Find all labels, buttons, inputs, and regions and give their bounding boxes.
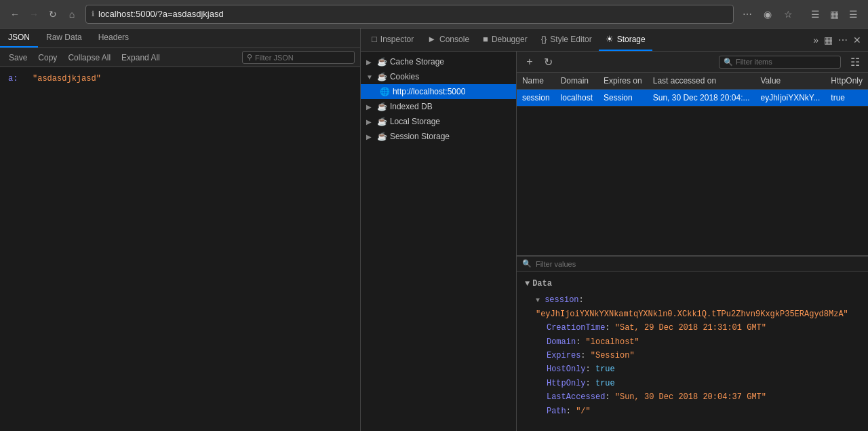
tab-style-editor[interactable]: {} Style Editor (534, 29, 599, 51)
inspector-label: Inspector (380, 35, 414, 44)
tab-inspector[interactable]: □ Inspector (365, 29, 420, 51)
tab-debugger[interactable]: ■ Debugger (476, 29, 534, 51)
cookies-localhost-label: http://localhost:5000 (393, 87, 465, 96)
tab-raw-data[interactable]: Raw Data (38, 29, 90, 48)
table-row[interactable]: session localhost Session Sun, 30 Dec 20… (517, 90, 868, 107)
json-toolbar: Save Copy Collapse All Expand All ⚲ (0, 48, 360, 67)
filter-values-input[interactable] (536, 260, 863, 268)
tree-item-local-storage[interactable]: ▶ ☕ Local Storage (361, 114, 516, 129)
last-accessed-line: LastAccessed: "Sun, 30 Dec 2018 20:04:37… (525, 390, 860, 404)
tab-json[interactable]: JSON (0, 29, 38, 48)
tree-item-cache-storage[interactable]: ▶ ☕ Cache Storage (361, 54, 516, 69)
http-only-key: HttpOnly (547, 379, 586, 388)
star-button[interactable]: ☆ (780, 6, 796, 22)
refresh-cookies-button[interactable]: ↻ (541, 54, 556, 69)
cookies-table: Name Domain Expires on Last accessed on … (517, 73, 868, 107)
tab-console[interactable]: ► Console (420, 29, 476, 51)
sidebar-toggle[interactable]: ▦ (826, 6, 842, 22)
filter-items-input[interactable] (736, 58, 836, 66)
storage-toolbar: + ↻ 🔍 ☷ (517, 52, 868, 73)
host-only-value: true (595, 364, 615, 374)
col-domain[interactable]: Domain (555, 73, 598, 90)
cell-domain: localhost (555, 90, 598, 107)
save-button[interactable]: Save (5, 52, 31, 64)
debugger-icon: ■ (483, 34, 488, 44)
add-cookie-button[interactable]: + (522, 54, 537, 69)
json-filter-input[interactable] (255, 54, 350, 62)
indexed-db-label: Indexed DB (390, 102, 433, 111)
chevron-right-icon-4: ▶ (366, 133, 374, 140)
lock-icon: ℹ (92, 10, 94, 18)
globe-icon: 🌐 (380, 87, 390, 96)
cookies-label: Cookies (390, 72, 419, 81)
storage-label: Storage (617, 35, 646, 44)
domain-key: Domain (547, 337, 576, 347)
col-http-only[interactable]: HttpOnly (825, 73, 868, 90)
tree-item-session-storage[interactable]: ▶ ☕ Session Storage (361, 129, 516, 144)
col-name[interactable]: Name (517, 73, 555, 90)
tab-storage[interactable]: ☀ Storage (599, 29, 652, 51)
style-editor-icon: {} (541, 34, 547, 44)
col-expires[interactable]: Expires on (598, 73, 648, 90)
close-devtools-button[interactable]: ✕ (850, 32, 864, 48)
last-accessed-value: "Sun, 30 Dec 2018 20:04:37 GMT" (615, 392, 766, 402)
more-button[interactable]: ⋯ (739, 6, 755, 22)
session-value: "eyJhIjoiYXNkYXNkamtqYXNkln0.XCkk1Q.tTPu… (536, 310, 848, 319)
col-last-accessed[interactable]: Last accessed on (648, 73, 755, 90)
path-key: Path (547, 407, 566, 416)
filter-wrap: ⚲ (242, 51, 355, 64)
storage-table-wrap: Name Domain Expires on Last accessed on … (517, 73, 868, 107)
address-bar-wrap: ℹ (85, 5, 734, 24)
bookmark-button[interactable]: ◉ (760, 6, 776, 22)
filter-icon: ⚲ (247, 53, 252, 62)
dock-button[interactable]: ▦ (821, 32, 835, 48)
bookmarks-icon[interactable]: ☰ (807, 6, 823, 22)
forward-button[interactable]: → (26, 6, 42, 22)
cell-http-only: true (825, 90, 868, 107)
devtools-tabs: □ Inspector ► Console ■ Debugger {} Styl… (361, 29, 868, 52)
window-controls: ☰ ▦ ☰ (807, 6, 861, 22)
creation-time-line: CreationTime: "Sat, 29 Dec 2018 21:31:01… (525, 321, 860, 335)
tree-item-cookies-localhost[interactable]: 🌐 http://localhost:5000 (361, 84, 516, 99)
copy-button[interactable]: Copy (35, 52, 60, 64)
back-button[interactable]: ← (7, 6, 23, 22)
filter-values-icon: 🔍 (522, 259, 532, 268)
json-value: "asdasdjkjasd" (33, 74, 101, 83)
collapse-detail-icon[interactable]: ▼ (525, 277, 530, 291)
export-button[interactable]: ☷ (848, 54, 863, 69)
session-storage-icon: ☕ (377, 132, 387, 141)
console-icon: ► (427, 34, 436, 44)
browser-actions: ⋯ ◉ ☆ (739, 6, 796, 22)
col-value[interactable]: Value (755, 73, 825, 90)
data-section: ▼ Data (525, 277, 860, 291)
more-tabs-button[interactable]: » (810, 32, 821, 48)
domain-value: "localhost" (586, 337, 639, 347)
tree-item-indexed-db[interactable]: ▶ ☕ Indexed DB (361, 99, 516, 114)
indexed-db-icon: ☕ (377, 102, 387, 111)
cache-storage-label: Cache Storage (390, 57, 444, 67)
storage-panel: ▶ ☕ Cache Storage ▼ ☕ Cookies 🌐 http://l… (361, 52, 868, 431)
tab-headers[interactable]: Headers (90, 29, 137, 48)
settings-button[interactable]: ⋯ (835, 32, 850, 48)
address-input[interactable] (98, 9, 728, 19)
storage-content: ▶ ☕ Cache Storage ▼ ☕ Cookies 🌐 http://l… (361, 52, 868, 431)
storage-icon: ☀ (606, 34, 614, 44)
style-editor-label: Style Editor (550, 35, 591, 44)
debugger-label: Debugger (492, 35, 528, 44)
chevron-right-icon: ▶ (366, 58, 374, 66)
home-button[interactable]: ⌂ (64, 6, 80, 22)
json-content: a: "asdasdjkjasd" (0, 67, 360, 431)
cookie-detail: ▼ Data ▼ session: "eyJhIjoiYXNkYXNkamtqY… (517, 271, 868, 431)
chevron-right-icon-3: ▶ (366, 118, 374, 126)
expand-all-button[interactable]: Expand All (118, 52, 163, 64)
cookie-db-icon: ☕ (377, 72, 387, 81)
storage-data: + ↻ 🔍 ☷ Name (517, 52, 868, 431)
refresh-button[interactable]: ↻ (45, 6, 61, 22)
collapse-session-icon[interactable]: ▼ (536, 297, 540, 304)
tree-item-cookies[interactable]: ▼ ☕ Cookies (361, 69, 516, 84)
menu-button[interactable]: ☰ (845, 6, 861, 22)
json-tabs: JSON Raw Data Headers (0, 29, 360, 48)
expires-line: Expires: "Session" (525, 349, 860, 362)
cell-last-accessed: Sun, 30 Dec 2018 20:04:... (648, 90, 755, 107)
collapse-all-button[interactable]: Collapse All (64, 52, 114, 64)
